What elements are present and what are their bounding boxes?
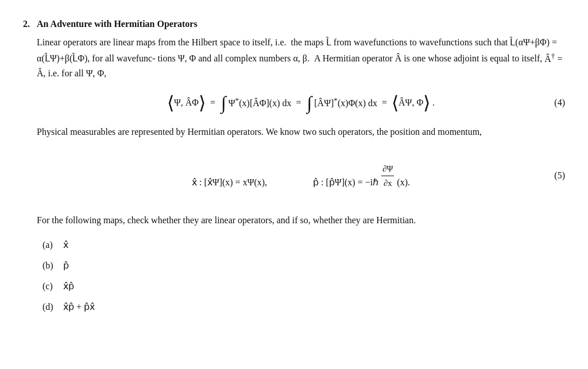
equation-5: x̂ : [x̂Ψ](x) = xΨ(x), p̂ : [p̂Ψ](x) = −… (37, 152, 565, 201)
left-angle-bracket: ⟨ (167, 95, 174, 111)
problem-title: An Adventure with Hermitian Operators (37, 17, 565, 32)
sub-label-b: (b) (42, 257, 59, 275)
x-hat-label: x̂ : [x̂Ψ](x) = xΨ(x), (192, 176, 267, 190)
problem-2: 2. An Adventure with Hermitian Operators… (23, 17, 565, 318)
equation-4: ⟨ Ψ, ÂΦ ⟩ = ∫ Ψ*(x)[ÂΦ](x) dx = ∫ [ÂΨ]*(… (37, 94, 565, 112)
sub-item-b: (b) p̂ (42, 257, 565, 275)
right-angle-bracket-1: ⟩ (199, 95, 206, 111)
eq4-equals-1: = (210, 96, 215, 110)
eq4-rhs-inner: ÂΨ, Φ (399, 96, 423, 110)
frac-denominator: ∂x (382, 176, 393, 190)
eq5-number: (5) (554, 169, 565, 183)
sub-content-b: p̂ (63, 257, 69, 275)
intro-paragraph: Linear operators are linear maps from th… (37, 35, 565, 81)
sub-label-c: (c) (42, 277, 59, 296)
sub-content-a: x̂ (63, 236, 68, 254)
partial-fraction: ∂Ψ ∂x (381, 162, 394, 191)
eq4-equals-2: = (296, 96, 301, 110)
sub-content-d: x̂p̂ + p̂x̂ (63, 298, 95, 316)
eq4-dot: . (432, 96, 435, 110)
p-hat-expr: p̂ : [p̂Ψ](x) = −iℏ ∂Ψ ∂x (x). (313, 162, 410, 191)
sub-label-a: (a) (42, 236, 59, 254)
operators-row: x̂ : [x̂Ψ](x) = xΨ(x), p̂ : [p̂Ψ](x) = −… (192, 162, 410, 191)
sub-label-d: (d) (42, 298, 59, 316)
integral-1: ∫ (221, 94, 226, 112)
sub-item-d: (d) x̂p̂ + p̂x̂ (42, 298, 565, 316)
x-hat-operator: x̂ : [x̂Ψ](x) = xΨ(x), (192, 176, 267, 190)
sub-content-c: x̂p̂ (63, 277, 74, 296)
eq4-integrand2: [ÂΨ]*(x)Φ(x) dx (314, 95, 377, 111)
frac-numerator: ∂Ψ (381, 162, 394, 177)
eq4-lhs-inner: Ψ, ÂΦ (174, 96, 199, 110)
right-angle-bracket-2: ⟩ (423, 95, 430, 111)
problem-number: 2. (23, 17, 30, 318)
paragraph-3: For the following maps, check whether th… (37, 213, 565, 228)
eq4-equals-3: = (382, 96, 387, 110)
left-angle-bracket-2: ⟨ (392, 95, 399, 111)
integral-2: ∫ (307, 94, 312, 112)
eq4-integrand1: Ψ*(x)[ÂΦ](x) dx (229, 95, 292, 111)
paragraph-2: Physical measurables are represented by … (37, 125, 565, 139)
sub-items-list: (a) x̂ (b) p̂ (c) x̂p̂ (d) x̂p̂ + p̂x̂ (42, 236, 565, 316)
problem-content: An Adventure with Hermitian Operators Li… (37, 17, 565, 318)
p-hat-operator: p̂ : [p̂Ψ](x) = −iℏ ∂Ψ ∂x (x). (313, 162, 410, 191)
eq4-number: (4) (554, 96, 565, 110)
sub-item-c: (c) x̂p̂ (42, 277, 565, 296)
sub-item-a: (a) x̂ (42, 236, 565, 254)
